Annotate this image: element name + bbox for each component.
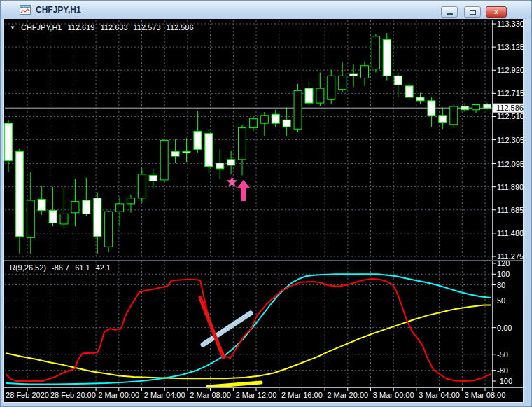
time-axis[interactable]: 28 Feb 202028 Feb 20:002 Mar 00:002 Mar … <box>6 388 505 399</box>
candle <box>60 188 68 228</box>
candle <box>272 110 279 127</box>
chart-ohlc-header: ▼ CHFJPY,H1 112.619 112.633 112.573 112.… <box>10 23 197 32</box>
svg-text:112.095: 112.095 <box>497 160 524 168</box>
candle <box>216 149 224 179</box>
restore-button[interactable] <box>464 6 481 18</box>
WPR-26-line <box>6 274 491 384</box>
svg-text:120: 120 <box>497 259 510 268</box>
svg-text:112.920: 112.920 <box>497 66 524 74</box>
svg-text:3 Mar 08:00: 3 Mar 08:00 <box>465 391 506 399</box>
svg-text:113.330: 113.330 <box>497 20 524 28</box>
trendline-red[interactable] <box>200 298 223 357</box>
title-bar[interactable]: CHFJPY,H1 x <box>1 1 531 19</box>
candle <box>94 193 102 254</box>
candle <box>227 151 235 174</box>
svg-text:2 Mar 20:00: 2 Mar 20:00 <box>327 391 368 399</box>
close-icon: x <box>494 8 498 15</box>
trendline-yellow[interactable] <box>208 382 261 387</box>
minimize-button[interactable] <box>441 6 458 18</box>
candle <box>239 125 246 176</box>
svg-text:112.510: 112.510 <box>497 112 524 120</box>
candle <box>439 108 447 130</box>
candle <box>83 178 90 216</box>
candle <box>416 93 424 104</box>
svg-text:111.480: 111.480 <box>497 229 524 237</box>
oscillator-axis[interactable]: 12010080500.00-50-80-100 <box>492 259 512 385</box>
svg-text:111.890: 111.890 <box>497 183 524 191</box>
candle <box>183 138 190 162</box>
indicator-value-2: 61.1 <box>75 263 90 272</box>
svg-text:112.305: 112.305 <box>497 136 524 144</box>
header-low: 112.573 <box>134 23 161 32</box>
svg-text:50: 50 <box>497 296 505 305</box>
candle <box>316 72 324 106</box>
candle <box>149 169 157 188</box>
svg-text:100: 100 <box>497 270 510 278</box>
svg-text:2 Mar 16:00: 2 Mar 16:00 <box>281 391 323 399</box>
candle <box>116 197 124 226</box>
price-axis[interactable]: 113.330113.125112.920112.715112.510112.3… <box>492 20 524 261</box>
candle <box>160 138 168 182</box>
candle <box>38 186 46 215</box>
header-high: 112.633 <box>101 23 128 32</box>
symbol-dropdown-icon[interactable]: ▼ <box>10 25 15 31</box>
indicator-value-3: 42.1 <box>96 263 111 272</box>
svg-text:80: 80 <box>497 281 505 289</box>
restore-icon <box>470 10 476 15</box>
drawn-objects-layer <box>200 177 261 387</box>
close-button[interactable]: x <box>486 6 507 18</box>
svg-text:-50: -50 <box>497 350 508 359</box>
svg-text:2 Mar 08:00: 2 Mar 08:00 <box>190 391 231 399</box>
oscillator-layer <box>6 274 491 384</box>
candle <box>205 129 213 173</box>
candle <box>15 149 23 254</box>
header-open: 112.619 <box>68 23 95 32</box>
svg-text:-80: -80 <box>497 366 508 375</box>
main-chart[interactable]: 113.330113.125112.920112.715112.510112.3… <box>1 1 532 407</box>
candle <box>483 103 491 110</box>
candle <box>27 172 34 254</box>
chart-window: 113.330113.125112.920112.715112.510112.3… <box>0 0 532 407</box>
candle <box>350 64 358 87</box>
svg-text:0.00: 0.00 <box>497 324 512 332</box>
svg-text:-100: -100 <box>497 377 512 385</box>
svg-text:111.685: 111.685 <box>497 206 524 214</box>
candle <box>360 61 368 86</box>
candle <box>260 112 268 136</box>
candle <box>328 70 335 104</box>
window-title: CHFJPY,H1 <box>36 5 81 15</box>
candle <box>339 62 346 92</box>
candle <box>138 169 146 202</box>
candle <box>71 179 79 226</box>
star-icon[interactable] <box>226 177 237 187</box>
indicator-value-1: -86.7 <box>52 263 69 272</box>
candles-layer <box>5 33 491 254</box>
candle <box>372 34 379 73</box>
header-close: 112.586 <box>167 23 194 32</box>
svg-text:3 Mar 04:00: 3 Mar 04:00 <box>419 391 460 399</box>
indicator-header: R(9,26,52) -86.7 61.1 42.1 <box>10 263 114 272</box>
bid-price-label: 112.586 <box>496 104 524 112</box>
candle <box>428 97 435 127</box>
candle <box>194 111 202 153</box>
window-icon chart-icon <box>20 5 31 15</box>
panel-borders <box>4 20 523 391</box>
buy-arrow-icon[interactable] <box>237 180 250 201</box>
header-symbol: CHFJPY,H1 <box>21 23 62 32</box>
candle <box>472 104 480 113</box>
svg-text:2 Mar 04:00: 2 Mar 04:00 <box>144 391 186 399</box>
candle <box>405 83 413 99</box>
candle <box>383 33 391 81</box>
WPR-9-line <box>6 279 491 381</box>
minimize-icon <box>447 13 453 15</box>
svg-text:113.125: 113.125 <box>497 43 524 51</box>
candle <box>172 139 179 163</box>
candle <box>283 108 290 136</box>
indicator-name: R(9,26,52) <box>10 263 46 272</box>
svg-text:2 Mar 00:00: 2 Mar 00:00 <box>98 391 139 399</box>
candle <box>450 104 458 128</box>
svg-text:28 Feb 20:00: 28 Feb 20:00 <box>50 391 96 399</box>
candle <box>5 120 13 172</box>
candle <box>294 84 302 132</box>
candle <box>105 211 113 253</box>
